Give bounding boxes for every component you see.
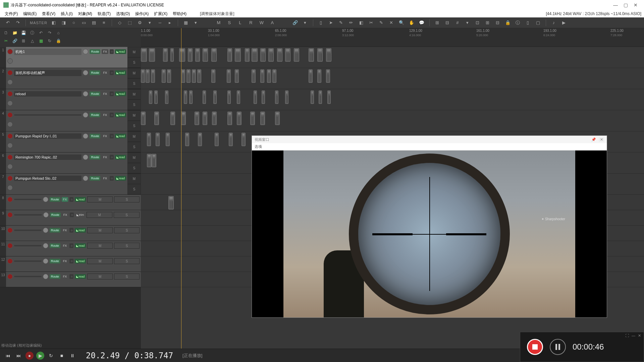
track-name-field[interactable] — [14, 260, 42, 262]
ripple-icon[interactable]: ↔ — [156, 19, 164, 26]
volume-knob[interactable] — [83, 49, 88, 54]
playhead[interactable] — [181, 28, 181, 349]
menu-track[interactable]: 轨道(T) — [96, 10, 113, 17]
volume-knob[interactable] — [43, 258, 48, 264]
track-name-field[interactable]: 扳机和移动机械声 — [14, 70, 82, 76]
hand-icon[interactable]: ✋ — [408, 19, 415, 26]
grid-icon[interactable]: ▦ — [182, 19, 190, 26]
media-item[interactable] — [154, 90, 158, 104]
record-arm-button[interactable] — [7, 243, 13, 248]
media-item[interactable] — [147, 154, 152, 167]
media-item[interactable] — [309, 48, 314, 62]
draw-icon[interactable]: ✎ — [337, 19, 345, 26]
media-item[interactable] — [166, 133, 170, 146]
recorder-stop-button[interactable] — [527, 339, 543, 355]
media-item[interactable] — [213, 90, 217, 104]
media-item[interactable] — [215, 133, 219, 146]
menu-help[interactable]: 帮助(H) — [171, 10, 189, 17]
fx-button[interactable]: FX — [102, 176, 108, 181]
fx-button[interactable]: FX — [102, 70, 108, 75]
media-item[interactable] — [185, 133, 189, 146]
track-row[interactable]: 11RouteFX○◣readMS — [0, 241, 141, 256]
route-button[interactable]: Route — [50, 243, 60, 248]
media-item[interactable] — [212, 112, 217, 125]
fx-bypass-button[interactable]: ○ — [110, 92, 114, 96]
screen-recorder[interactable]: ⛶ — ✕ 00:00:46 — [520, 332, 644, 362]
media-item[interactable] — [319, 90, 322, 104]
media-item[interactable] — [317, 48, 323, 62]
item-lane[interactable] — [141, 110, 644, 131]
media-item[interactable] — [285, 48, 290, 62]
house-icon[interactable]: ⌂ — [55, 29, 62, 36]
mute-button[interactable]: M — [127, 153, 141, 163]
media-item[interactable] — [235, 69, 239, 83]
media-item[interactable] — [227, 48, 232, 62]
fx-button[interactable]: FX — [62, 274, 68, 279]
media-item[interactable] — [170, 112, 175, 125]
route-button[interactable]: Route — [90, 176, 100, 181]
fx-bypass-button[interactable]: ○ — [110, 49, 114, 54]
record-arm-button[interactable] — [7, 228, 13, 233]
media-item[interactable] — [252, 48, 258, 62]
record-arm-button[interactable] — [7, 133, 13, 139]
media-item[interactable] — [179, 48, 185, 62]
solo-button[interactable]: S — [114, 243, 140, 249]
repeat-icon[interactable]: ↻ — [47, 352, 55, 360]
recorder-minimize-icon[interactable]: — — [632, 334, 635, 338]
track-row[interactable]: 1机枪1RouteFX○◣readMS — [0, 47, 141, 68]
envelope-button[interactable]: ◣trim — [75, 213, 85, 217]
tool-icon[interactable]: ▤ — [90, 19, 98, 26]
menu-actions[interactable]: 操作(A) — [133, 10, 151, 17]
media-item[interactable] — [254, 90, 257, 104]
media-item[interactable] — [165, 90, 168, 104]
media-item[interactable] — [235, 48, 241, 62]
volume-knob[interactable] — [43, 243, 48, 248]
media-item[interactable] — [227, 112, 232, 125]
track-row[interactable]: 13RouteFX○◣readMS — [0, 272, 141, 287]
media-item[interactable] — [229, 133, 233, 146]
envelope-button[interactable]: ◣read — [75, 243, 86, 248]
media-item[interactable] — [309, 69, 313, 83]
grid-icon[interactable]: ⊞ — [20, 38, 27, 44]
volume-knob[interactable] — [43, 274, 48, 279]
mute-button[interactable]: M — [87, 212, 112, 218]
tool-icon[interactable]: ▢ — [534, 19, 542, 26]
pause-button[interactable]: ⏸ — [68, 352, 76, 360]
media-item[interactable] — [326, 48, 331, 62]
track-row[interactable]: 10RouteFX○◣readMS — [0, 226, 141, 241]
group-icon[interactable]: ⊞ — [484, 19, 491, 26]
cursor-icon[interactable]: ▯ — [317, 19, 325, 26]
fx-button[interactable]: FX — [102, 113, 108, 117]
video-window[interactable]: 视频窗口 📌 ✕ 选项 ✦ Sharpshooter — [252, 135, 607, 318]
track-row[interactable]: 12RouteFX○◣readMS — [0, 256, 141, 272]
track-name-field[interactable] — [14, 276, 42, 277]
track-name-field[interactable] — [14, 114, 82, 116]
route-button[interactable]: Route — [50, 197, 60, 202]
media-item[interactable] — [149, 90, 152, 104]
fx-button[interactable]: FX — [102, 49, 108, 54]
record-arm-button[interactable] — [7, 112, 13, 118]
item-lane[interactable] — [141, 68, 644, 89]
volume-knob[interactable] — [83, 91, 88, 97]
metronome-icon[interactable]: ♪ — [550, 19, 557, 26]
media-item[interactable] — [237, 90, 240, 104]
media-item[interactable] — [203, 90, 206, 104]
fx-bypass-button[interactable]: ○ — [110, 134, 114, 138]
media-item[interactable] — [198, 133, 202, 146]
recorder-close-icon[interactable]: ✕ — [638, 334, 641, 338]
track-row[interactable]: 6Remington 700 Rapic..02RouteFX○◣readMS — [0, 153, 141, 174]
menu-options[interactable]: 选项(O) — [114, 10, 132, 17]
media-item[interactable] — [167, 69, 171, 83]
track-row[interactable]: 5Pumpgun Rapid Dry I..01RouteFX○◣readMS — [0, 131, 141, 153]
solo-button[interactable]: S — [127, 163, 141, 173]
media-item[interactable] — [141, 69, 145, 83]
lock-icon[interactable]: 🔒 — [504, 19, 512, 26]
media-item[interactable] — [170, 48, 174, 62]
record-arm-button[interactable] — [7, 274, 13, 279]
menu-file[interactable]: 文件(F) — [3, 10, 20, 17]
track-name-field[interactable] — [14, 199, 42, 200]
mute-button[interactable]: M — [87, 196, 113, 202]
monitor-icon[interactable]: ◧ — [50, 19, 57, 26]
mute-button[interactable]: M — [127, 174, 141, 184]
fx-bypass-button[interactable]: ○ — [110, 70, 114, 75]
